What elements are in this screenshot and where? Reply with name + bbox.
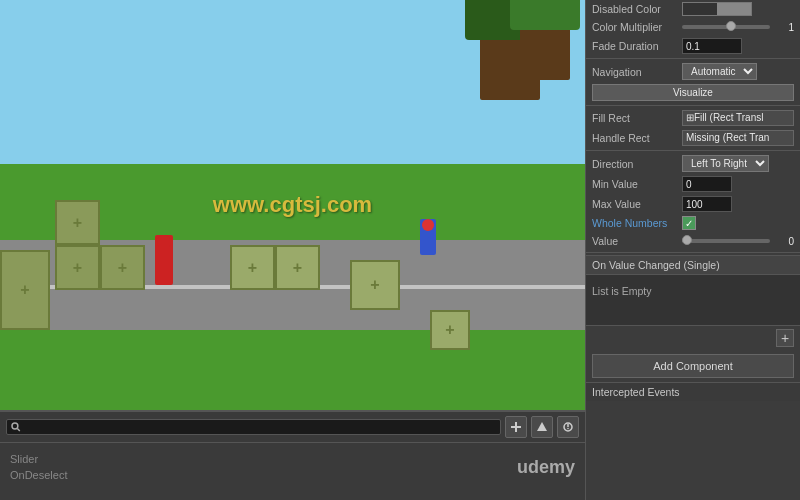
- svg-point-0: [12, 423, 18, 429]
- crate-3: [100, 245, 145, 290]
- navigation-value[interactable]: Automatic: [682, 63, 794, 80]
- handle-rect-field[interactable]: Missing (Rect Tran: [682, 130, 794, 146]
- fade-duration-value: [682, 38, 794, 54]
- handle-rect-row: Handle Rect Missing (Rect Tran: [586, 128, 800, 148]
- value-label: Value: [592, 235, 682, 247]
- character-2: [420, 219, 436, 255]
- toolbar-btn-2[interactable]: [531, 416, 553, 438]
- list-empty-area: List is Empty: [586, 275, 800, 325]
- divider-2: [586, 105, 800, 106]
- direction-value[interactable]: Left To Right: [682, 155, 794, 172]
- color-multiplier-slider[interactable]: 1: [682, 22, 794, 33]
- whole-numbers-checkbox[interactable]: ✓: [682, 216, 696, 230]
- disabled-color-row: Disabled Color: [586, 0, 800, 18]
- watermark: www.cgtsj.com: [213, 192, 372, 218]
- crate-4: [230, 245, 275, 290]
- search-icon: [11, 422, 21, 432]
- whole-numbers-row: Whole Numbers ✓: [586, 214, 800, 232]
- crate-5: [275, 245, 320, 290]
- on-deselect-label: OnDeselect: [10, 469, 67, 481]
- handle-rect-label: Handle Rect: [592, 132, 682, 144]
- disabled-color-swatch[interactable]: [682, 2, 752, 16]
- min-value-input[interactable]: [682, 176, 732, 192]
- handle-rect-value[interactable]: Missing (Rect Tran: [682, 130, 794, 146]
- fade-duration-label: Fade Duration: [592, 40, 682, 52]
- checkmark: ✓: [685, 218, 693, 229]
- game-toolbar: [0, 412, 585, 443]
- whole-numbers-value[interactable]: ✓: [682, 216, 794, 230]
- disabled-color-label: Disabled Color: [592, 3, 682, 15]
- character-1: [155, 235, 173, 285]
- fade-duration-input[interactable]: [682, 38, 742, 54]
- game-view: www.cgtsj.com: [0, 0, 585, 500]
- svg-line-1: [17, 428, 19, 430]
- min-value-row: Min Value: [586, 174, 800, 194]
- fill-rect-row: Fill Rect ⊞Fill (Rect Transl: [586, 108, 800, 128]
- divider-3: [586, 150, 800, 151]
- slider-label: Slider: [10, 453, 67, 465]
- crate-7: [430, 310, 470, 350]
- color-multiplier-value: 1: [774, 22, 794, 33]
- max-value-field[interactable]: [682, 196, 794, 212]
- navigation-label: Navigation: [592, 66, 682, 78]
- on-value-changed-label: On Value Changed (Single): [592, 259, 720, 271]
- fade-duration-row: Fade Duration: [586, 36, 800, 56]
- search-input[interactable]: [21, 421, 496, 433]
- svg-marker-4: [537, 422, 547, 431]
- value-num: 0: [774, 236, 794, 247]
- disabled-color-value[interactable]: [682, 2, 794, 16]
- svg-point-7: [567, 428, 569, 430]
- add-row-btn-container: +: [586, 325, 800, 350]
- add-component-button[interactable]: Add Component: [592, 354, 794, 378]
- value-slider[interactable]: 0: [682, 236, 794, 247]
- value-row: Value 0: [586, 232, 800, 250]
- color-multiplier-row: Color Multiplier 1: [586, 18, 800, 36]
- min-value-field[interactable]: [682, 176, 794, 192]
- inspector-panel: Disabled Color Color Multiplier 1 Fade D…: [585, 0, 800, 500]
- game-bottom-panel: Slider OnDeselect udemy: [0, 410, 585, 500]
- fill-rect-value[interactable]: ⊞Fill (Rect Transl: [682, 110, 794, 126]
- direction-label: Direction: [592, 158, 682, 170]
- max-value-input[interactable]: [682, 196, 732, 212]
- intercepted-events-label: Intercepted Events: [592, 386, 680, 398]
- tree-trunk-2: [520, 10, 570, 80]
- divider-1: [586, 58, 800, 59]
- crate-6: [350, 260, 400, 310]
- search-wrapper[interactable]: [6, 419, 501, 435]
- slider-track[interactable]: [682, 25, 770, 29]
- fill-rect-field[interactable]: ⊞Fill (Rect Transl: [682, 110, 794, 126]
- direction-select[interactable]: Left To Right: [682, 155, 769, 172]
- navigation-row: Navigation Automatic: [586, 61, 800, 82]
- plus-button[interactable]: +: [776, 329, 794, 347]
- intercepted-events-header: Intercepted Events: [586, 382, 800, 401]
- whole-numbers-label: Whole Numbers: [592, 217, 682, 229]
- visualize-button[interactable]: Visualize: [592, 84, 794, 101]
- navigation-select[interactable]: Automatic: [682, 63, 757, 80]
- crate-2: [55, 200, 100, 245]
- max-value-label: Max Value: [592, 198, 682, 210]
- value-slider-thumb[interactable]: [682, 235, 692, 245]
- on-value-changed-header: On Value Changed (Single): [586, 255, 800, 275]
- udemy-label: udemy: [517, 457, 575, 478]
- direction-row: Direction Left To Right: [586, 153, 800, 174]
- value-slider-track[interactable]: [682, 239, 770, 243]
- color-multiplier-label: Color Multiplier: [592, 21, 682, 33]
- crate-8: [0, 250, 50, 330]
- toolbar-btn-3[interactable]: [557, 416, 579, 438]
- toolbar-btn-1[interactable]: [505, 416, 527, 438]
- list-empty-text: List is Empty: [592, 281, 794, 301]
- divider-4: [586, 252, 800, 253]
- fill-rect-label: Fill Rect: [592, 112, 682, 124]
- svg-rect-3: [515, 422, 517, 432]
- max-value-row: Max Value: [586, 194, 800, 214]
- min-value-label: Min Value: [592, 178, 682, 190]
- game-canvas: www.cgtsj.com: [0, 0, 585, 410]
- slider-thumb[interactable]: [726, 21, 736, 31]
- crate-1: [55, 245, 100, 290]
